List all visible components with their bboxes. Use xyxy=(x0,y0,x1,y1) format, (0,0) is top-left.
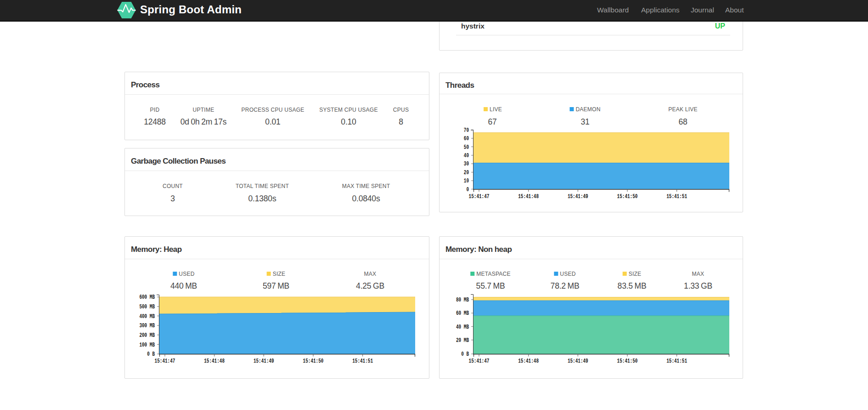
svg-text:60 MB: 60 MB xyxy=(456,310,469,317)
svg-text:200 MB: 200 MB xyxy=(139,332,155,339)
svg-text:30: 30 xyxy=(464,161,469,167)
svg-text:15:41:50: 15:41:50 xyxy=(617,193,638,200)
svg-text:15:41:50: 15:41:50 xyxy=(617,358,638,364)
svg-text:15:41:48: 15:41:48 xyxy=(518,358,539,364)
svg-text:15:41:47: 15:41:47 xyxy=(469,358,490,364)
svg-text:10: 10 xyxy=(464,178,469,184)
svg-text:15:41:48: 15:41:48 xyxy=(204,358,225,364)
svg-text:50: 50 xyxy=(464,144,469,151)
svg-text:20 MB: 20 MB xyxy=(456,337,469,344)
svg-text:15:41:50: 15:41:50 xyxy=(303,358,324,364)
svg-text:0: 0 xyxy=(466,187,469,193)
svg-text:70: 70 xyxy=(464,127,469,134)
svg-text:20: 20 xyxy=(464,170,469,176)
svg-text:15:41:47: 15:41:47 xyxy=(155,358,175,364)
svg-text:0 B: 0 B xyxy=(461,351,469,358)
svg-text:15:41:49: 15:41:49 xyxy=(568,193,588,200)
svg-text:15:41:51: 15:41:51 xyxy=(352,358,373,364)
svg-text:40 MB: 40 MB xyxy=(456,324,469,330)
svg-text:15:41:47: 15:41:47 xyxy=(469,193,490,200)
svg-text:15:41:51: 15:41:51 xyxy=(666,193,687,200)
svg-text:600 MB: 600 MB xyxy=(139,294,155,301)
svg-text:500 MB: 500 MB xyxy=(139,304,155,310)
svg-text:15:41:49: 15:41:49 xyxy=(568,358,588,364)
svg-text:15:41:51: 15:41:51 xyxy=(666,358,687,364)
svg-text:15:41:49: 15:41:49 xyxy=(254,358,274,364)
svg-text:60: 60 xyxy=(464,136,469,142)
svg-text:80 MB: 80 MB xyxy=(456,297,469,303)
svg-text:100 MB: 100 MB xyxy=(139,342,155,348)
svg-text:300 MB: 300 MB xyxy=(139,323,155,329)
svg-text:40: 40 xyxy=(464,153,469,159)
svg-text:0 B: 0 B xyxy=(147,351,155,358)
svg-text:15:41:48: 15:41:48 xyxy=(518,193,539,200)
svg-text:400 MB: 400 MB xyxy=(139,313,155,320)
